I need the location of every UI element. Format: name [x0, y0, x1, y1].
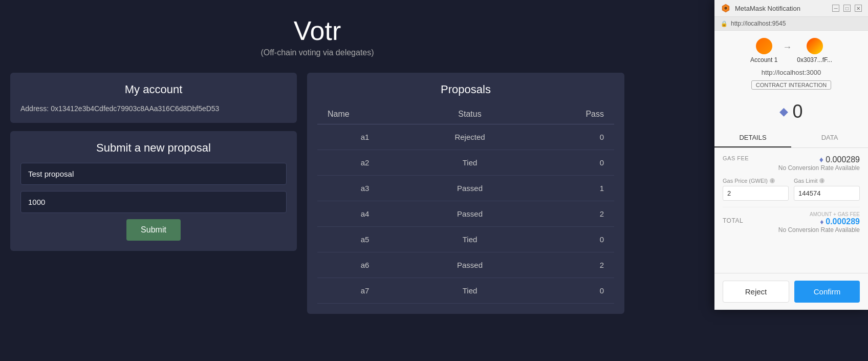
total-eth-icon: ♦	[820, 218, 826, 226]
gas-limit-label: Gas Limit	[794, 178, 817, 184]
proposal-card: Submit a new proposal Submit	[10, 131, 297, 251]
col-name: Name	[317, 104, 413, 124]
table-row: a7 Tied 0	[317, 278, 614, 304]
proposal-status: Rejected	[413, 124, 527, 150]
tab-data[interactable]: DATA	[791, 129, 868, 147]
app-subtitle: (Off-chain voting via delegates)	[10, 48, 624, 57]
metamask-tabs: DETAILS DATA	[714, 129, 868, 148]
gas-price-label: Gas Price (GWEI)	[723, 178, 768, 184]
gas-fee-value: ♦ 0.000289	[778, 155, 860, 164]
proposal-name-input[interactable]	[20, 163, 287, 185]
table-row: a1 Rejected 0	[317, 124, 614, 150]
proposals-title: Proposals	[317, 83, 614, 96]
gas-fee-section: GAS FEE ♦ 0.000289 No Conversion Rate Av…	[723, 155, 860, 172]
col-pass: Pass	[527, 104, 614, 124]
total-section: AMOUNT + GAS FEE TOTAL ♦ 0.000289 No Con…	[723, 211, 860, 233]
submit-proposal-button[interactable]: Submit	[126, 219, 181, 241]
reject-button[interactable]: Reject	[723, 281, 789, 303]
proposal-name: a7	[317, 278, 413, 304]
account-address: Address: 0x13412e3b4Cdfedc79903c8AAa316C…	[20, 104, 287, 113]
total-amount: 0.000289	[826, 217, 860, 226]
from-account-avatar	[756, 38, 772, 54]
proposal-status: Tied	[413, 227, 527, 252]
gas-limit-input[interactable]	[794, 186, 860, 201]
svg-marker-3	[725, 7, 726, 9]
gas-price-info-icon: i	[770, 178, 775, 183]
eth-amount: 0	[792, 101, 802, 122]
proposal-name: a1	[317, 124, 413, 150]
gas-no-rate: No Conversion Rate Available	[778, 164, 860, 172]
confirm-button[interactable]: Confirm	[794, 281, 860, 303]
proposal-pass: 0	[527, 227, 614, 252]
total-label: TOTAL	[723, 217, 743, 224]
proposal-pass: 0	[527, 278, 614, 304]
mm-site-url: http://localhost:3000	[714, 69, 868, 80]
proposal-status: Tied	[413, 278, 527, 304]
proposal-status: Passed	[413, 176, 527, 201]
proposal-pass: 0	[527, 150, 614, 176]
tab-details[interactable]: DETAILS	[714, 129, 791, 147]
metamask-popup: MetaMask Notification ─ □ ✕ 🔒 http://loc…	[714, 0, 868, 310]
amount-gas-label: AMOUNT + GAS FEE	[723, 211, 860, 217]
total-row: TOTAL ♦ 0.000289 No Conversion Rate Avai…	[723, 217, 860, 233]
gas-eth-icon: ♦	[819, 155, 826, 164]
proposal-name: a4	[317, 201, 413, 227]
gas-limit-label-row: Gas Limit i	[794, 178, 860, 184]
minimize-button[interactable]: ─	[832, 5, 839, 12]
account-title: My account	[20, 83, 287, 96]
gas-fee-label: GAS FEE	[723, 155, 749, 161]
total-right: ♦ 0.000289 No Conversion Rate Available	[778, 217, 860, 233]
gas-price-input[interactable]	[723, 186, 789, 201]
gas-inputs-row: Gas Price (GWEI) i Gas Limit i	[723, 178, 860, 201]
to-account: 0x3037...fF...	[797, 38, 832, 63]
to-account-avatar	[807, 38, 823, 54]
proposals-table: Name Status Pass a1 Rejected 0 a2 Tied 0…	[317, 104, 614, 304]
arrow-icon: →	[783, 42, 792, 53]
metamask-fox-icon	[721, 3, 731, 13]
proposal-name: a6	[317, 252, 413, 278]
proposal-status: Passed	[413, 252, 527, 278]
details-content: GAS FEE ♦ 0.000289 No Conversion Rate Av…	[714, 148, 868, 273]
metamask-url-bar: 🔒 http://localhost:9545	[714, 17, 868, 31]
eth-amount-row: ◆ 0	[714, 97, 868, 129]
eth-diamond-icon: ◆	[779, 105, 788, 118]
gas-fee-right: ♦ 0.000289 No Conversion Rate Available	[778, 155, 860, 172]
metamask-url: http://localhost:9545	[731, 20, 786, 27]
titlebar-controls: ─ □ ✕	[832, 5, 862, 12]
proposal-name: a2	[317, 150, 413, 176]
proposal-status: Tied	[413, 150, 527, 176]
metamask-titlebar: MetaMask Notification ─ □ ✕	[714, 0, 868, 17]
table-row: a6 Passed 2	[317, 252, 614, 278]
gas-limit-group: Gas Limit i	[794, 178, 860, 201]
proposal-pass: 2	[527, 201, 614, 227]
left-panel: My account Address: 0x13412e3b4Cdfedc799…	[10, 73, 297, 314]
titlebar-left: MetaMask Notification	[721, 3, 800, 13]
gas-limit-info-icon: i	[819, 178, 824, 183]
col-status: Status	[413, 104, 527, 124]
proposal-pass: 0	[527, 124, 614, 150]
close-button[interactable]: ✕	[855, 5, 862, 12]
table-row: a5 Tied 0	[317, 227, 614, 252]
total-value: ♦ 0.000289	[778, 217, 860, 226]
gas-price-label-row: Gas Price (GWEI) i	[723, 178, 789, 184]
total-no-rate: No Conversion Rate Available	[778, 226, 860, 233]
table-row: a4 Passed 2	[317, 201, 614, 227]
divider	[723, 207, 860, 207]
table-row: a3 Passed 1	[317, 176, 614, 201]
to-account-address: 0x3037...fF...	[797, 56, 832, 63]
maximize-button[interactable]: □	[843, 5, 851, 12]
account-card: My account Address: 0x13412e3b4Cdfedc799…	[10, 73, 297, 123]
proposal-name: a5	[317, 227, 413, 252]
gas-price-group: Gas Price (GWEI) i	[723, 178, 789, 201]
accounts-row: Account 1 → 0x3037...fF...	[714, 31, 868, 69]
proposal-title: Submit a new proposal	[20, 141, 287, 155]
metamask-actions: Reject Confirm	[714, 273, 868, 310]
proposals-panel: Proposals Name Status Pass a1 Rejected 0…	[307, 73, 624, 314]
from-account-name: Account 1	[750, 56, 777, 63]
proposal-pass: 2	[527, 252, 614, 278]
gas-fee-amount: 0.000289	[826, 155, 860, 164]
from-account: Account 1	[750, 38, 777, 63]
proposal-threshold-input[interactable]	[20, 191, 287, 213]
proposal-name: a3	[317, 176, 413, 201]
titlebar-app-name: MetaMask Notification	[735, 5, 800, 12]
